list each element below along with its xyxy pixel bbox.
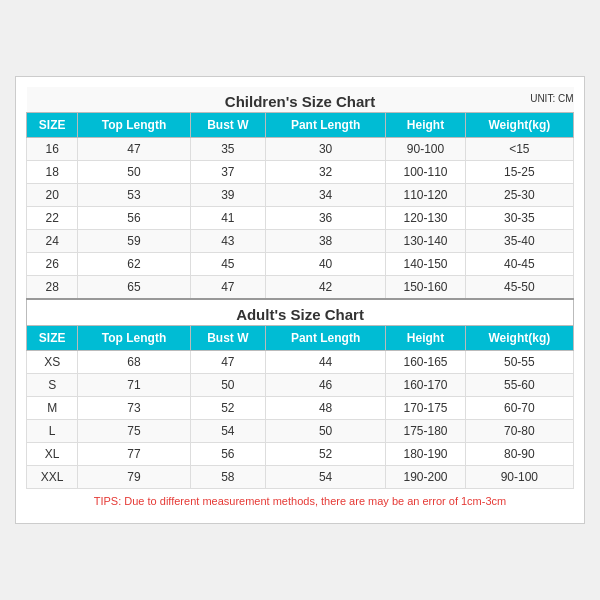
col-bust-w: Bust W xyxy=(190,113,265,138)
tips-row: TIPS: Due to different measurement metho… xyxy=(27,489,574,514)
table-row: 20 53 39 34 110-120 25-30 xyxy=(27,184,574,207)
top-length: 47 xyxy=(78,138,191,161)
col-top-length: Top Length xyxy=(78,113,191,138)
table-row: 24 59 43 38 130-140 35-40 xyxy=(27,230,574,253)
height: 90-100 xyxy=(386,138,465,161)
weight: <15 xyxy=(465,138,573,161)
table-row: XXL 79 58 54 190-200 90-100 xyxy=(27,466,574,489)
col-height: Height xyxy=(386,113,465,138)
col-bust-w-adult: Bust W xyxy=(190,326,265,351)
unit-label: UNIT: CM xyxy=(530,93,573,104)
children-header-row: SIZE Top Length Bust W Pant Length Heigh… xyxy=(27,113,574,138)
table-row: 26 62 45 40 140-150 40-45 xyxy=(27,253,574,276)
table-row: M 73 52 48 170-175 60-70 xyxy=(27,397,574,420)
col-pant-length-adult: Pant Length xyxy=(265,326,385,351)
table-row: XL 77 56 52 180-190 80-90 xyxy=(27,443,574,466)
col-weight-adult: Weight(kg) xyxy=(465,326,573,351)
bust-w: 35 xyxy=(190,138,265,161)
col-pant-length: Pant Length xyxy=(265,113,385,138)
col-top-length-adult: Top Length xyxy=(78,326,191,351)
adult-title: Adult's Size Chart xyxy=(27,300,573,325)
col-size: SIZE xyxy=(27,113,78,138)
table-row: XS 68 47 44 160-165 50-55 xyxy=(27,351,574,374)
table-row: 16 47 35 30 90-100 <15 xyxy=(27,138,574,161)
chart-container: Children's Size Chart UNIT: CM SIZE Top … xyxy=(15,76,585,524)
pant-length: 30 xyxy=(265,138,385,161)
adult-header-row: SIZE Top Length Bust W Pant Length Heigh… xyxy=(27,326,574,351)
col-weight: Weight(kg) xyxy=(465,113,573,138)
size: 16 xyxy=(27,138,78,161)
table-row: 18 50 37 32 100-110 15-25 xyxy=(27,161,574,184)
table-row: 28 65 47 42 150-160 45-50 xyxy=(27,276,574,300)
table-row: 22 56 41 36 120-130 30-35 xyxy=(27,207,574,230)
col-height-adult: Height xyxy=(386,326,465,351)
table-row: S 71 50 46 160-170 55-60 xyxy=(27,374,574,397)
children-title: Children's Size Chart UNIT: CM xyxy=(27,87,574,112)
col-size-adult: SIZE xyxy=(27,326,78,351)
tips-text: TIPS: Due to different measurement metho… xyxy=(27,489,574,514)
table-row: L 75 54 50 175-180 70-80 xyxy=(27,420,574,443)
